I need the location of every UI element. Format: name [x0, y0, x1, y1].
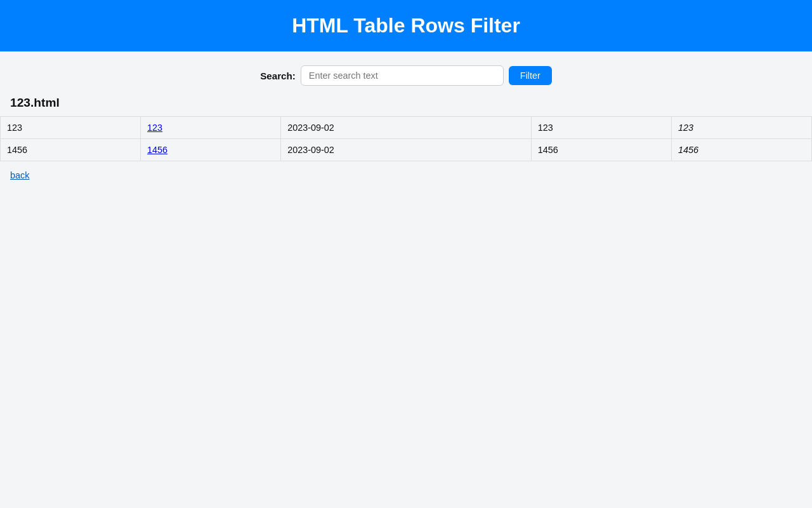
page-header: HTML Table Rows Filter [0, 0, 812, 51]
search-bar: Search: Filter [0, 65, 812, 86]
cell-col4: 1456 [531, 139, 671, 161]
cell-col1: 123 [1, 117, 141, 139]
back-link[interactable]: back [10, 170, 802, 180]
cell-col1: 1456 [1, 139, 141, 161]
filter-button[interactable]: Filter [509, 66, 552, 85]
cell-col2: 123 [141, 117, 281, 139]
cell-col5: 123 [671, 117, 811, 139]
data-table: 1231232023-09-02123123145614562023-09-02… [0, 116, 812, 161]
cell-col2-link[interactable]: 123 [147, 123, 162, 133]
table-row: 1231232023-09-02123123 [1, 117, 812, 139]
cell-col4: 123 [531, 117, 671, 139]
cell-col3: 2023-09-02 [281, 139, 532, 161]
cell-col2-link[interactable]: 1456 [147, 145, 167, 155]
page-title: HTML Table Rows Filter [0, 14, 812, 37]
cell-col2: 1456 [141, 139, 281, 161]
table-section: 123.html [10, 96, 802, 110]
cell-col3: 2023-09-02 [281, 117, 532, 139]
table-heading: 123.html [10, 96, 802, 110]
search-input[interactable] [301, 65, 504, 86]
search-label: Search: [260, 70, 296, 81]
cell-col5: 1456 [671, 139, 811, 161]
table-row: 145614562023-09-0214561456 [1, 139, 812, 161]
